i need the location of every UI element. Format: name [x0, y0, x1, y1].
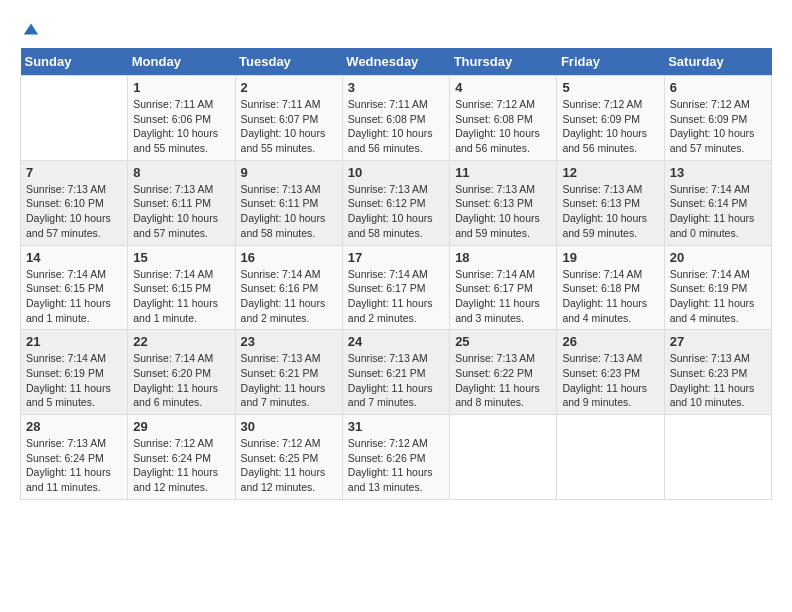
calendar-cell: 14 Sunrise: 7:14 AMSunset: 6:15 PMDaylig…: [21, 245, 128, 330]
day-info: Sunrise: 7:13 AMSunset: 6:22 PMDaylight:…: [455, 351, 551, 410]
calendar-cell: 27 Sunrise: 7:13 AMSunset: 6:23 PMDaylig…: [664, 330, 771, 415]
day-number: 7: [26, 165, 122, 180]
day-number: 6: [670, 80, 766, 95]
day-number: 20: [670, 250, 766, 265]
day-info: Sunrise: 7:14 AMSunset: 6:17 PMDaylight:…: [348, 267, 444, 326]
calendar-week-row: 1 Sunrise: 7:11 AMSunset: 6:06 PMDayligh…: [21, 76, 772, 161]
day-info: Sunrise: 7:14 AMSunset: 6:18 PMDaylight:…: [562, 267, 658, 326]
calendar-header-tuesday: Tuesday: [235, 48, 342, 76]
calendar-cell: 13 Sunrise: 7:14 AMSunset: 6:14 PMDaylig…: [664, 160, 771, 245]
calendar-header-friday: Friday: [557, 48, 664, 76]
calendar-table: SundayMondayTuesdayWednesdayThursdayFrid…: [20, 48, 772, 500]
day-number: 31: [348, 419, 444, 434]
day-number: 10: [348, 165, 444, 180]
day-info: Sunrise: 7:12 AMSunset: 6:25 PMDaylight:…: [241, 436, 337, 495]
logo: [20, 20, 40, 38]
day-info: Sunrise: 7:12 AMSunset: 6:09 PMDaylight:…: [562, 97, 658, 156]
calendar-header-row: SundayMondayTuesdayWednesdayThursdayFrid…: [21, 48, 772, 76]
logo-icon: [22, 20, 40, 38]
day-number: 22: [133, 334, 229, 349]
day-number: 9: [241, 165, 337, 180]
day-number: 18: [455, 250, 551, 265]
calendar-week-row: 21 Sunrise: 7:14 AMSunset: 6:19 PMDaylig…: [21, 330, 772, 415]
day-number: 16: [241, 250, 337, 265]
calendar-cell: 15 Sunrise: 7:14 AMSunset: 6:15 PMDaylig…: [128, 245, 235, 330]
day-info: Sunrise: 7:14 AMSunset: 6:15 PMDaylight:…: [26, 267, 122, 326]
day-number: 27: [670, 334, 766, 349]
calendar-cell: 9 Sunrise: 7:13 AMSunset: 6:11 PMDayligh…: [235, 160, 342, 245]
day-info: Sunrise: 7:13 AMSunset: 6:11 PMDaylight:…: [241, 182, 337, 241]
calendar-header-monday: Monday: [128, 48, 235, 76]
day-number: 25: [455, 334, 551, 349]
calendar-cell: [557, 415, 664, 500]
day-info: Sunrise: 7:13 AMSunset: 6:23 PMDaylight:…: [562, 351, 658, 410]
day-number: 17: [348, 250, 444, 265]
calendar-cell: 31 Sunrise: 7:12 AMSunset: 6:26 PMDaylig…: [342, 415, 449, 500]
day-info: Sunrise: 7:14 AMSunset: 6:19 PMDaylight:…: [670, 267, 766, 326]
day-number: 8: [133, 165, 229, 180]
calendar-cell: 17 Sunrise: 7:14 AMSunset: 6:17 PMDaylig…: [342, 245, 449, 330]
day-number: 29: [133, 419, 229, 434]
day-number: 26: [562, 334, 658, 349]
calendar-cell: [450, 415, 557, 500]
calendar-cell: 11 Sunrise: 7:13 AMSunset: 6:13 PMDaylig…: [450, 160, 557, 245]
svg-marker-0: [24, 24, 38, 35]
calendar-cell: 26 Sunrise: 7:13 AMSunset: 6:23 PMDaylig…: [557, 330, 664, 415]
day-number: 28: [26, 419, 122, 434]
day-number: 2: [241, 80, 337, 95]
day-info: Sunrise: 7:12 AMSunset: 6:08 PMDaylight:…: [455, 97, 551, 156]
calendar-cell: 6 Sunrise: 7:12 AMSunset: 6:09 PMDayligh…: [664, 76, 771, 161]
calendar-week-row: 7 Sunrise: 7:13 AMSunset: 6:10 PMDayligh…: [21, 160, 772, 245]
calendar-cell: [21, 76, 128, 161]
day-info: Sunrise: 7:12 AMSunset: 6:24 PMDaylight:…: [133, 436, 229, 495]
day-number: 11: [455, 165, 551, 180]
calendar-cell: 28 Sunrise: 7:13 AMSunset: 6:24 PMDaylig…: [21, 415, 128, 500]
day-info: Sunrise: 7:14 AMSunset: 6:14 PMDaylight:…: [670, 182, 766, 241]
day-info: Sunrise: 7:14 AMSunset: 6:17 PMDaylight:…: [455, 267, 551, 326]
day-number: 12: [562, 165, 658, 180]
calendar-header-sunday: Sunday: [21, 48, 128, 76]
calendar-cell: 1 Sunrise: 7:11 AMSunset: 6:06 PMDayligh…: [128, 76, 235, 161]
calendar-cell: 18 Sunrise: 7:14 AMSunset: 6:17 PMDaylig…: [450, 245, 557, 330]
day-info: Sunrise: 7:13 AMSunset: 6:13 PMDaylight:…: [562, 182, 658, 241]
calendar-cell: 8 Sunrise: 7:13 AMSunset: 6:11 PMDayligh…: [128, 160, 235, 245]
calendar-cell: 3 Sunrise: 7:11 AMSunset: 6:08 PMDayligh…: [342, 76, 449, 161]
day-number: 5: [562, 80, 658, 95]
calendar-cell: 10 Sunrise: 7:13 AMSunset: 6:12 PMDaylig…: [342, 160, 449, 245]
day-info: Sunrise: 7:13 AMSunset: 6:24 PMDaylight:…: [26, 436, 122, 495]
day-number: 19: [562, 250, 658, 265]
day-info: Sunrise: 7:14 AMSunset: 6:16 PMDaylight:…: [241, 267, 337, 326]
day-info: Sunrise: 7:12 AMSunset: 6:26 PMDaylight:…: [348, 436, 444, 495]
day-info: Sunrise: 7:13 AMSunset: 6:21 PMDaylight:…: [348, 351, 444, 410]
calendar-cell: 30 Sunrise: 7:12 AMSunset: 6:25 PMDaylig…: [235, 415, 342, 500]
day-info: Sunrise: 7:13 AMSunset: 6:23 PMDaylight:…: [670, 351, 766, 410]
calendar-cell: 22 Sunrise: 7:14 AMSunset: 6:20 PMDaylig…: [128, 330, 235, 415]
day-info: Sunrise: 7:13 AMSunset: 6:21 PMDaylight:…: [241, 351, 337, 410]
calendar-cell: 16 Sunrise: 7:14 AMSunset: 6:16 PMDaylig…: [235, 245, 342, 330]
day-number: 3: [348, 80, 444, 95]
day-info: Sunrise: 7:11 AMSunset: 6:07 PMDaylight:…: [241, 97, 337, 156]
calendar-cell: [664, 415, 771, 500]
calendar-cell: 24 Sunrise: 7:13 AMSunset: 6:21 PMDaylig…: [342, 330, 449, 415]
calendar-cell: 19 Sunrise: 7:14 AMSunset: 6:18 PMDaylig…: [557, 245, 664, 330]
calendar-cell: 5 Sunrise: 7:12 AMSunset: 6:09 PMDayligh…: [557, 76, 664, 161]
calendar-cell: 2 Sunrise: 7:11 AMSunset: 6:07 PMDayligh…: [235, 76, 342, 161]
calendar-header-saturday: Saturday: [664, 48, 771, 76]
calendar-week-row: 28 Sunrise: 7:13 AMSunset: 6:24 PMDaylig…: [21, 415, 772, 500]
calendar-header-wednesday: Wednesday: [342, 48, 449, 76]
day-info: Sunrise: 7:14 AMSunset: 6:19 PMDaylight:…: [26, 351, 122, 410]
day-number: 13: [670, 165, 766, 180]
calendar-week-row: 14 Sunrise: 7:14 AMSunset: 6:15 PMDaylig…: [21, 245, 772, 330]
day-number: 14: [26, 250, 122, 265]
day-number: 30: [241, 419, 337, 434]
day-info: Sunrise: 7:13 AMSunset: 6:13 PMDaylight:…: [455, 182, 551, 241]
calendar-cell: 7 Sunrise: 7:13 AMSunset: 6:10 PMDayligh…: [21, 160, 128, 245]
day-info: Sunrise: 7:14 AMSunset: 6:20 PMDaylight:…: [133, 351, 229, 410]
day-number: 23: [241, 334, 337, 349]
calendar-cell: 25 Sunrise: 7:13 AMSunset: 6:22 PMDaylig…: [450, 330, 557, 415]
day-number: 4: [455, 80, 551, 95]
day-number: 24: [348, 334, 444, 349]
day-info: Sunrise: 7:14 AMSunset: 6:15 PMDaylight:…: [133, 267, 229, 326]
day-number: 1: [133, 80, 229, 95]
calendar-header-thursday: Thursday: [450, 48, 557, 76]
